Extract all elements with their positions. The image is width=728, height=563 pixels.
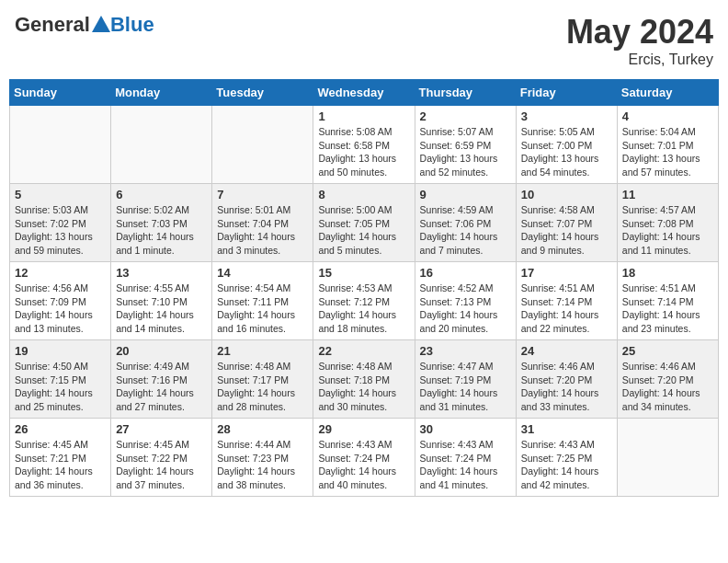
day-info: Sunrise: 4:58 AM Sunset: 7:07 PM Dayligh… [521, 203, 612, 258]
day-info: Sunrise: 5:00 AM Sunset: 7:05 PM Dayligh… [318, 203, 409, 258]
day-number: 16 [420, 266, 511, 280]
day-number: 4 [622, 109, 713, 123]
day-number: 23 [420, 344, 511, 358]
day-number: 26 [15, 422, 106, 436]
calendar-day-cell [212, 106, 313, 184]
calendar-day-cell: 16Sunrise: 4:52 AM Sunset: 7:13 PM Dayli… [415, 262, 516, 340]
day-number: 9 [420, 188, 511, 201]
calendar-day-cell: 28Sunrise: 4:44 AM Sunset: 7:23 PM Dayli… [212, 419, 313, 497]
day-info: Sunrise: 5:05 AM Sunset: 7:00 PM Dayligh… [521, 125, 612, 179]
day-number: 5 [15, 188, 106, 201]
day-info: Sunrise: 5:03 AM Sunset: 7:02 PM Dayligh… [15, 203, 106, 258]
day-number: 13 [116, 266, 207, 280]
logo: General Blue [15, 13, 154, 37]
day-number: 12 [15, 266, 106, 280]
day-header-saturday: Saturday [617, 80, 718, 106]
day-info: Sunrise: 4:45 AM Sunset: 7:21 PM Dayligh… [15, 438, 106, 492]
calendar-day-cell: 26Sunrise: 4:45 AM Sunset: 7:21 PM Dayli… [10, 419, 111, 497]
calendar-day-cell: 27Sunrise: 4:45 AM Sunset: 7:22 PM Dayli… [111, 419, 212, 497]
day-number: 24 [521, 344, 612, 358]
day-info: Sunrise: 4:47 AM Sunset: 7:19 PM Dayligh… [420, 360, 511, 414]
page-header: General Blue May 2024 Ercis, Turkey [9, 9, 719, 72]
day-number: 27 [116, 422, 207, 436]
day-info: Sunrise: 4:46 AM Sunset: 7:20 PM Dayligh… [622, 360, 713, 414]
day-header-thursday: Thursday [415, 80, 516, 106]
day-header-tuesday: Tuesday [212, 80, 313, 106]
calendar-day-cell: 24Sunrise: 4:46 AM Sunset: 7:20 PM Dayli… [516, 340, 617, 419]
calendar-day-cell: 12Sunrise: 4:56 AM Sunset: 7:09 PM Dayli… [10, 262, 111, 340]
day-number: 30 [420, 422, 511, 436]
day-number: 14 [217, 266, 308, 280]
day-info: Sunrise: 4:52 AM Sunset: 7:13 PM Dayligh… [420, 282, 511, 336]
calendar-day-cell: 31Sunrise: 4:43 AM Sunset: 7:25 PM Dayli… [516, 419, 617, 497]
calendar-day-cell: 20Sunrise: 4:49 AM Sunset: 7:16 PM Dayli… [111, 340, 212, 419]
day-number: 2 [420, 109, 511, 123]
day-info: Sunrise: 4:53 AM Sunset: 7:12 PM Dayligh… [318, 282, 409, 336]
day-number: 17 [521, 266, 612, 280]
day-info: Sunrise: 4:56 AM Sunset: 7:09 PM Dayligh… [15, 282, 106, 336]
calendar-day-cell: 6Sunrise: 5:02 AM Sunset: 7:03 PM Daylig… [111, 184, 212, 262]
calendar-day-cell: 3Sunrise: 5:05 AM Sunset: 7:00 PM Daylig… [516, 106, 617, 184]
calendar-day-cell: 9Sunrise: 4:59 AM Sunset: 7:06 PM Daylig… [415, 184, 516, 262]
calendar-day-cell [111, 106, 212, 184]
calendar-table: SundayMondayTuesdayWednesdayThursdayFrid… [9, 79, 719, 497]
day-info: Sunrise: 4:44 AM Sunset: 7:23 PM Dayligh… [217, 438, 308, 492]
day-info: Sunrise: 5:02 AM Sunset: 7:03 PM Dayligh… [116, 203, 207, 258]
calendar-day-cell: 25Sunrise: 4:46 AM Sunset: 7:20 PM Dayli… [617, 340, 718, 419]
calendar-day-cell: 14Sunrise: 4:54 AM Sunset: 7:11 PM Dayli… [212, 262, 313, 340]
location-subtitle: Ercis, Turkey [566, 52, 713, 68]
calendar-day-cell [10, 106, 111, 184]
logo-triangle-icon [92, 16, 110, 32]
day-info: Sunrise: 4:51 AM Sunset: 7:14 PM Dayligh… [622, 282, 713, 336]
day-header-wednesday: Wednesday [313, 80, 415, 106]
calendar-week-row: 12Sunrise: 4:56 AM Sunset: 7:09 PM Dayli… [10, 262, 719, 340]
day-header-friday: Friday [516, 80, 617, 106]
calendar-day-cell: 5Sunrise: 5:03 AM Sunset: 7:02 PM Daylig… [10, 184, 111, 262]
day-info: Sunrise: 4:50 AM Sunset: 7:15 PM Dayligh… [15, 360, 106, 414]
day-info: Sunrise: 4:55 AM Sunset: 7:10 PM Dayligh… [116, 282, 207, 336]
day-number: 22 [318, 344, 409, 358]
day-info: Sunrise: 5:07 AM Sunset: 6:59 PM Dayligh… [420, 125, 511, 179]
day-number: 8 [318, 188, 409, 201]
day-info: Sunrise: 4:48 AM Sunset: 7:17 PM Dayligh… [217, 360, 308, 414]
day-number: 20 [116, 344, 207, 358]
day-number: 15 [318, 266, 409, 280]
day-info: Sunrise: 4:43 AM Sunset: 7:24 PM Dayligh… [318, 438, 409, 492]
day-info: Sunrise: 4:48 AM Sunset: 7:18 PM Dayligh… [318, 360, 409, 414]
calendar-day-cell: 22Sunrise: 4:48 AM Sunset: 7:18 PM Dayli… [313, 340, 415, 419]
logo-general: General [15, 13, 90, 37]
day-info: Sunrise: 4:49 AM Sunset: 7:16 PM Dayligh… [116, 360, 207, 414]
day-info: Sunrise: 4:46 AM Sunset: 7:20 PM Dayligh… [521, 360, 612, 414]
calendar-day-cell: 21Sunrise: 4:48 AM Sunset: 7:17 PM Dayli… [212, 340, 313, 419]
day-info: Sunrise: 4:43 AM Sunset: 7:25 PM Dayligh… [521, 438, 612, 492]
day-number: 6 [116, 188, 207, 201]
calendar-day-cell: 29Sunrise: 4:43 AM Sunset: 7:24 PM Dayli… [313, 419, 415, 497]
calendar-day-cell: 7Sunrise: 5:01 AM Sunset: 7:04 PM Daylig… [212, 184, 313, 262]
day-info: Sunrise: 4:43 AM Sunset: 7:24 PM Dayligh… [420, 438, 511, 492]
day-header-sunday: Sunday [10, 80, 111, 106]
day-number: 19 [15, 344, 106, 358]
calendar-day-cell: 4Sunrise: 5:04 AM Sunset: 7:01 PM Daylig… [617, 106, 718, 184]
calendar-header-row: SundayMondayTuesdayWednesdayThursdayFrid… [10, 80, 719, 106]
calendar-day-cell: 2Sunrise: 5:07 AM Sunset: 6:59 PM Daylig… [415, 106, 516, 184]
day-info: Sunrise: 4:51 AM Sunset: 7:14 PM Dayligh… [521, 282, 612, 336]
calendar-day-cell: 19Sunrise: 4:50 AM Sunset: 7:15 PM Dayli… [10, 340, 111, 419]
day-info: Sunrise: 4:54 AM Sunset: 7:11 PM Dayligh… [217, 282, 308, 336]
calendar-day-cell: 18Sunrise: 4:51 AM Sunset: 7:14 PM Dayli… [617, 262, 718, 340]
calendar-week-row: 1Sunrise: 5:08 AM Sunset: 6:58 PM Daylig… [10, 106, 719, 184]
calendar-week-row: 5Sunrise: 5:03 AM Sunset: 7:02 PM Daylig… [10, 184, 719, 262]
calendar-day-cell: 8Sunrise: 5:00 AM Sunset: 7:05 PM Daylig… [313, 184, 415, 262]
calendar-day-cell: 10Sunrise: 4:58 AM Sunset: 7:07 PM Dayli… [516, 184, 617, 262]
month-year-title: May 2024 [566, 13, 713, 52]
day-number: 29 [318, 422, 409, 436]
calendar-day-cell: 23Sunrise: 4:47 AM Sunset: 7:19 PM Dayli… [415, 340, 516, 419]
day-header-monday: Monday [111, 80, 212, 106]
calendar-week-row: 19Sunrise: 4:50 AM Sunset: 7:15 PM Dayli… [10, 340, 719, 419]
calendar-day-cell: 1Sunrise: 5:08 AM Sunset: 6:58 PM Daylig… [313, 106, 415, 184]
title-section: May 2024 Ercis, Turkey [566, 13, 713, 68]
day-number: 10 [521, 188, 612, 201]
day-number: 31 [521, 422, 612, 436]
day-info: Sunrise: 4:45 AM Sunset: 7:22 PM Dayligh… [116, 438, 207, 492]
calendar-day-cell: 15Sunrise: 4:53 AM Sunset: 7:12 PM Dayli… [313, 262, 415, 340]
day-info: Sunrise: 5:01 AM Sunset: 7:04 PM Dayligh… [217, 203, 308, 258]
